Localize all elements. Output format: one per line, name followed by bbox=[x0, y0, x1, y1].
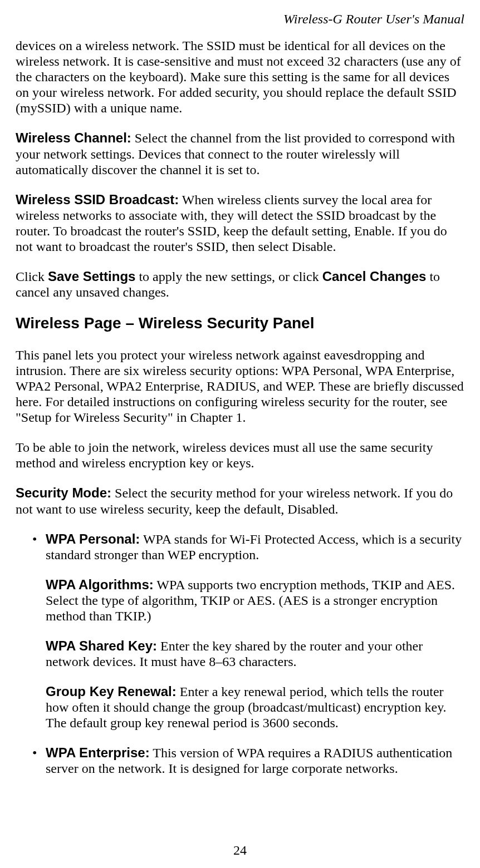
label-wpa-enterprise: WPA Enterprise: bbox=[46, 745, 150, 760]
label-group-key-renewal: Group Key Renewal: bbox=[46, 684, 177, 699]
paragraph-join-note: To be able to join the network, wireless… bbox=[16, 440, 464, 471]
label-wpa-personal: WPA Personal: bbox=[46, 531, 140, 546]
paragraph-security-intro: This panel lets you protect your wireles… bbox=[16, 347, 464, 425]
block-group-key-renewal: Group Key Renewal: Enter a key renewal p… bbox=[16, 684, 464, 731]
label-wpa-algorithms: WPA Algorithms: bbox=[46, 577, 154, 592]
section-heading-wireless-security: Wireless Page – Wireless Security Panel bbox=[16, 314, 464, 333]
label-wpa-shared-key: WPA Shared Key: bbox=[46, 638, 157, 653]
label-wireless-channel: Wireless Channel: bbox=[16, 130, 131, 145]
bullet-wpa-personal: WPA Personal: WPA stands for Wi-Fi Prote… bbox=[16, 531, 464, 563]
paragraph-wireless-channel: Wireless Channel: Select the channel fro… bbox=[16, 130, 464, 177]
paragraph-security-mode: Security Mode: Select the security metho… bbox=[16, 485, 464, 516]
block-wpa-shared-key: WPA Shared Key: Enter the key shared by … bbox=[16, 638, 464, 669]
bullet-wpa-enterprise: WPA Enterprise: This version of WPA requ… bbox=[16, 745, 464, 776]
label-save-settings: Save Settings bbox=[48, 269, 135, 284]
running-header: Wireless-G Router User's Manual bbox=[16, 11, 464, 27]
paragraph-ssid-broadcast: Wireless SSID Broadcast: When wireless c… bbox=[16, 192, 464, 254]
block-wpa-algorithms: WPA Algorithms: WPA supports two encrypt… bbox=[16, 577, 464, 624]
paragraph-save-cancel: Click Save Settings to apply the new set… bbox=[16, 269, 464, 300]
label-security-mode: Security Mode: bbox=[16, 485, 111, 500]
text-save-1: Click bbox=[16, 269, 48, 284]
page-number: 24 bbox=[0, 842, 480, 858]
label-ssid-broadcast: Wireless SSID Broadcast: bbox=[16, 192, 179, 207]
label-cancel-changes: Cancel Changes bbox=[322, 269, 427, 284]
text-save-2: to apply the new settings, or click bbox=[135, 269, 322, 284]
document-page: Wireless-G Router User's Manual devices … bbox=[0, 0, 480, 868]
paragraph-ssid-intro: devices on a wireless network. The SSID … bbox=[16, 38, 464, 116]
